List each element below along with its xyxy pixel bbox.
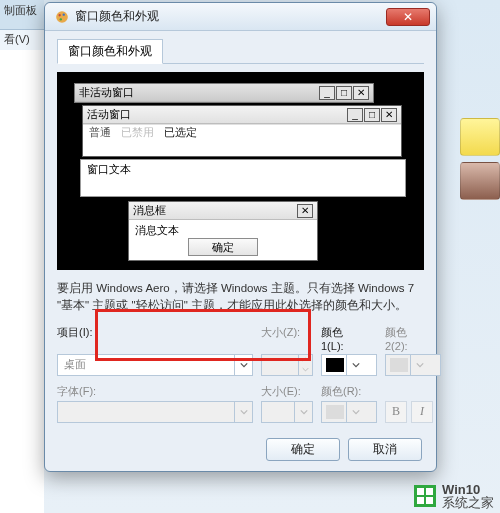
hint-text: 要启用 Windows Aero，请选择 Windows 主题。只有选择 Win… bbox=[57, 280, 424, 315]
color-swatch-disabled bbox=[326, 405, 344, 419]
dialog-title: 窗口颜色和外观 bbox=[75, 8, 159, 25]
color2-label: 颜色 2(2): bbox=[385, 325, 441, 352]
italic-toggle: I bbox=[411, 401, 433, 423]
close-icon: ✕ bbox=[297, 204, 313, 218]
preview-menu-bar: 普通 已禁用 已选定 bbox=[83, 124, 401, 140]
dialog-footer: 确定 取消 bbox=[266, 438, 422, 461]
chevron-down-icon bbox=[346, 402, 364, 422]
font-combobox bbox=[57, 401, 253, 423]
item-combobox-value: 桌面 bbox=[64, 357, 86, 372]
maximize-icon: □ bbox=[364, 108, 380, 122]
chevron-down-icon bbox=[346, 355, 364, 375]
minimize-icon: _ bbox=[319, 86, 335, 100]
window-text-label: 窗口文本 bbox=[87, 163, 131, 175]
font-color-picker bbox=[321, 401, 377, 423]
minimize-icon: _ bbox=[347, 108, 363, 122]
theme-swatch-brown[interactable] bbox=[460, 162, 500, 200]
appearance-dialog: 窗口颜色和外观 ✕ 窗口颜色和外观 非活动窗口 _ □ ✕ 活动窗口 bbox=[44, 2, 437, 472]
svg-point-1 bbox=[59, 14, 61, 16]
active-window-title: 活动窗口 bbox=[87, 107, 131, 122]
chevron-down-icon bbox=[234, 355, 252, 375]
titlebar[interactable]: 窗口颜色和外观 ✕ bbox=[45, 3, 436, 31]
color1-label: 颜色 1(L): bbox=[321, 325, 377, 352]
preview-ok-button: 确定 bbox=[188, 238, 258, 256]
font-label: 字体(F): bbox=[57, 384, 253, 399]
bg-white bbox=[0, 50, 44, 513]
spin-up-icon bbox=[299, 355, 312, 365]
menu-disabled: 已禁用 bbox=[121, 125, 154, 140]
message-box-title: 消息框 bbox=[133, 203, 166, 218]
ok-button[interactable]: 确定 bbox=[266, 438, 340, 461]
window-controls: _ □ ✕ bbox=[319, 86, 369, 100]
close-icon: ✕ bbox=[381, 108, 397, 122]
svg-point-3 bbox=[60, 18, 62, 20]
chevron-down-icon bbox=[410, 355, 428, 375]
cancel-button[interactable]: 取消 bbox=[348, 438, 422, 461]
size-spinner bbox=[261, 354, 313, 376]
size-label: 大小(Z): bbox=[261, 325, 313, 352]
color-swatch-disabled bbox=[390, 358, 408, 372]
chevron-down-icon bbox=[294, 402, 312, 422]
tab-appearance[interactable]: 窗口颜色和外观 bbox=[57, 39, 163, 64]
theme-swatch-yellow[interactable] bbox=[460, 118, 500, 156]
close-button[interactable]: ✕ bbox=[386, 8, 430, 26]
chevron-down-icon bbox=[234, 402, 252, 422]
spin-down-icon bbox=[299, 365, 312, 375]
bg-top-strip: 制面板 bbox=[0, 0, 44, 30]
item-combobox[interactable]: 桌面 bbox=[57, 354, 253, 376]
svg-point-2 bbox=[63, 13, 65, 15]
font-size-combobox bbox=[261, 401, 313, 423]
window-controls: _ □ ✕ bbox=[347, 108, 397, 122]
menu-normal: 普通 bbox=[89, 125, 111, 140]
preview-active-window: 活动窗口 _ □ ✕ 普通 已禁用 已选定 bbox=[82, 105, 402, 157]
preview-pane: 非活动窗口 _ □ ✕ 活动窗口 _ □ ✕ bbox=[57, 72, 424, 270]
site-watermark: Win10 系统之家 bbox=[414, 483, 494, 509]
preview-message-box: 消息框 ✕ 消息文本 确定 bbox=[128, 201, 318, 261]
window-controls: ✕ bbox=[297, 204, 313, 218]
preview-inactive-window: 非活动窗口 _ □ ✕ bbox=[74, 83, 374, 103]
preview-text-pane: 窗口文本 bbox=[80, 159, 406, 197]
menu-selected: 已选定 bbox=[164, 125, 197, 140]
fcolor-label: 颜色(R): bbox=[321, 384, 377, 399]
color1-picker[interactable] bbox=[321, 354, 377, 376]
watermark-line2: 系统之家 bbox=[442, 496, 494, 509]
windows-logo-icon bbox=[414, 485, 436, 507]
bold-toggle: B bbox=[385, 401, 407, 423]
bg-menu-strip: 看(V) bbox=[0, 30, 44, 50]
svg-point-0 bbox=[56, 11, 68, 23]
palette-icon bbox=[55, 10, 69, 24]
maximize-icon: □ bbox=[336, 86, 352, 100]
inactive-window-title: 非活动窗口 bbox=[79, 85, 134, 100]
close-icon: ✕ bbox=[403, 11, 413, 23]
color2-picker bbox=[385, 354, 441, 376]
color-swatch-black bbox=[326, 358, 344, 372]
item-label: 项目(I): bbox=[57, 325, 253, 352]
close-icon: ✕ bbox=[353, 86, 369, 100]
fsize-label: 大小(E): bbox=[261, 384, 313, 399]
